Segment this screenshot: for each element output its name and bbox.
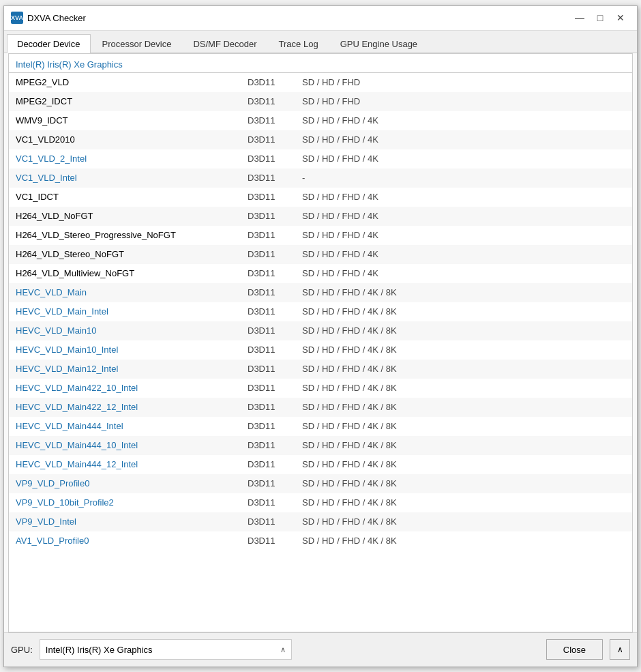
decoder-name[interactable]: HEVC_VLD_Main10_Intel bbox=[9, 340, 241, 360]
decoder-resolution: SD / HD / FHD / 4K bbox=[295, 149, 632, 169]
table-row[interactable]: MPEG2_VLDD3D11SD / HD / FHD bbox=[9, 73, 632, 92]
table-row[interactable]: WMV9_IDCTD3D11SD / HD / FHD / 4K bbox=[9, 111, 632, 130]
decoder-api: D3D11 bbox=[241, 398, 295, 417]
decoder-resolution: SD / HD / FHD / 4K bbox=[295, 130, 632, 149]
decoder-name[interactable]: HEVC_VLD_Main422_10_Intel bbox=[9, 379, 241, 398]
window-title: DXVA Checker bbox=[27, 13, 86, 23]
table-row[interactable]: HEVC_VLD_MainD3D11SD / HD / FHD / 4K / 8… bbox=[9, 283, 632, 302]
content-area[interactable]: Intel(R) Iris(R) Xe Graphics MPEG2_VLDD3… bbox=[8, 53, 633, 632]
main-window: XVA DXVA Checker — □ ✕ Decoder Device Pr… bbox=[3, 5, 638, 667]
decoder-name[interactable]: AV1_VLD_Profile0 bbox=[9, 531, 241, 551]
decoder-resolution: SD / HD / FHD / 4K / 8K bbox=[295, 417, 632, 436]
window-close-button[interactable]: ✕ bbox=[611, 10, 630, 25]
decoder-resolution: SD / HD / FHD / 4K / 8K bbox=[295, 340, 632, 360]
scroll-up-button[interactable]: ∧ bbox=[610, 639, 630, 660]
maximize-button[interactable]: □ bbox=[591, 10, 610, 25]
decoder-name: H264_VLD_Stereo_NoFGT bbox=[9, 245, 241, 264]
decoder-resolution: SD / HD / FHD / 4K / 8K bbox=[295, 436, 632, 455]
table-row[interactable]: VP9_VLD_10bit_Profile2D3D11SD / HD / FHD… bbox=[9, 493, 632, 512]
table-row[interactable]: HEVC_VLD_Main10D3D11SD / HD / FHD / 4K /… bbox=[9, 321, 632, 340]
decoder-name[interactable]: HEVC_VLD_Main444_10_Intel bbox=[9, 436, 241, 455]
decoder-name: MPEG2_VLD bbox=[9, 73, 241, 92]
decoder-resolution: SD / HD / FHD / 4K / 8K bbox=[295, 455, 632, 474]
decoder-name: WMV9_IDCT bbox=[9, 111, 241, 130]
table-row[interactable]: AV1_VLD_Profile0D3D11SD / HD / FHD / 4K … bbox=[9, 531, 632, 551]
decoder-api: D3D11 bbox=[241, 264, 295, 283]
decoder-api: D3D11 bbox=[241, 417, 295, 436]
decoder-resolution: - bbox=[295, 169, 632, 188]
table-row[interactable]: H264_VLD_Stereo_Progressive_NoFGTD3D11SD… bbox=[9, 226, 632, 245]
decoder-name[interactable]: VC1_VLD_2_Intel bbox=[9, 149, 241, 169]
decoder-resolution: SD / HD / FHD / 4K / 8K bbox=[295, 474, 632, 493]
close-button[interactable]: Close bbox=[546, 639, 603, 660]
decoder-name: H264_VLD_Multiview_NoFGT bbox=[9, 264, 241, 283]
table-row[interactable]: VC1_VLD_2_IntelD3D11SD / HD / FHD / 4K bbox=[9, 149, 632, 169]
decoder-name[interactable]: VC1_VLD_Intel bbox=[9, 169, 241, 188]
table-row[interactable]: HEVC_VLD_Main422_12_IntelD3D11SD / HD / … bbox=[9, 398, 632, 417]
decoder-name[interactable]: HEVC_VLD_Main444_12_Intel bbox=[9, 455, 241, 474]
decoder-resolution: SD / HD / FHD / 4K / 8K bbox=[295, 302, 632, 321]
bottom-bar: GPU: Intel(R) Iris(R) Xe Graphics ∧ Clos… bbox=[4, 632, 637, 667]
decoder-name: MPEG2_IDCT bbox=[9, 92, 241, 111]
table-row[interactable]: HEVC_VLD_Main444_12_IntelD3D11SD / HD / … bbox=[9, 455, 632, 474]
decoder-name: H264_VLD_NoFGT bbox=[9, 207, 241, 226]
decoder-name[interactable]: VP9_VLD_Intel bbox=[9, 512, 241, 531]
table-row[interactable]: HEVC_VLD_Main_IntelD3D11SD / HD / FHD / … bbox=[9, 302, 632, 321]
gpu-select-arrow-icon: ∧ bbox=[280, 645, 286, 654]
table-row[interactable]: VC1_IDCTD3D11SD / HD / FHD / 4K bbox=[9, 188, 632, 207]
tab-gpu-engine-usage[interactable]: GPU Engine Usage bbox=[330, 34, 428, 53]
decoder-api: D3D11 bbox=[241, 531, 295, 551]
decoder-name[interactable]: VP9_VLD_10bit_Profile2 bbox=[9, 493, 241, 512]
decoder-api: D3D11 bbox=[241, 73, 295, 92]
table-row[interactable]: HEVC_VLD_Main10_IntelD3D11SD / HD / FHD … bbox=[9, 340, 632, 360]
table-row[interactable]: MPEG2_IDCTD3D11SD / HD / FHD bbox=[9, 92, 632, 111]
decoder-api: D3D11 bbox=[241, 245, 295, 264]
decoder-api: D3D11 bbox=[241, 111, 295, 130]
table-row[interactable]: VC1_VLD_IntelD3D11- bbox=[9, 169, 632, 188]
decoder-api: D3D11 bbox=[241, 149, 295, 169]
decoder-api: D3D11 bbox=[241, 474, 295, 493]
decoder-name[interactable]: HEVC_VLD_Main12_Intel bbox=[9, 360, 241, 379]
decoder-resolution: SD / HD / FHD / 4K / 8K bbox=[295, 531, 632, 551]
table-row[interactable]: VC1_VLD2010D3D11SD / HD / FHD / 4K bbox=[9, 130, 632, 149]
decoder-resolution: SD / HD / FHD / 4K / 8K bbox=[295, 321, 632, 340]
gpu-select[interactable]: Intel(R) Iris(R) Xe Graphics ∧ bbox=[40, 639, 292, 660]
decoder-name[interactable]: VP9_VLD_Profile0 bbox=[9, 474, 241, 493]
title-controls: — □ ✕ bbox=[570, 10, 630, 25]
minimize-button[interactable]: — bbox=[570, 10, 589, 25]
app-icon: XVA bbox=[11, 12, 23, 24]
tab-ds-mf-decoder[interactable]: DS/MF Decoder bbox=[183, 34, 267, 53]
decoder-api: D3D11 bbox=[241, 207, 295, 226]
gpu-select-value: Intel(R) Iris(R) Xe Graphics bbox=[46, 645, 280, 655]
tab-decoder-device[interactable]: Decoder Device bbox=[7, 34, 91, 53]
tab-processor-device[interactable]: Processor Device bbox=[92, 34, 182, 53]
decoder-name: H264_VLD_Stereo_Progressive_NoFGT bbox=[9, 226, 241, 245]
decoder-name[interactable]: HEVC_VLD_Main10 bbox=[9, 321, 241, 340]
gpu-section-header: Intel(R) Iris(R) Xe Graphics bbox=[9, 54, 632, 73]
tab-bar: Decoder Device Processor Device DS/MF De… bbox=[4, 31, 637, 53]
table-row[interactable]: HEVC_VLD_Main422_10_IntelD3D11SD / HD / … bbox=[9, 379, 632, 398]
decoder-name[interactable]: HEVC_VLD_Main_Intel bbox=[9, 302, 241, 321]
decoder-name[interactable]: HEVC_VLD_Main444_Intel bbox=[9, 417, 241, 436]
decoder-api: D3D11 bbox=[241, 302, 295, 321]
decoder-api: D3D11 bbox=[241, 188, 295, 207]
decoder-name[interactable]: HEVC_VLD_Main422_12_Intel bbox=[9, 398, 241, 417]
decoder-name: VC1_VLD2010 bbox=[9, 130, 241, 149]
table-row[interactable]: H264_VLD_Multiview_NoFGTD3D11SD / HD / F… bbox=[9, 264, 632, 283]
table-row[interactable]: H264_VLD_NoFGTD3D11SD / HD / FHD / 4K bbox=[9, 207, 632, 226]
decoder-resolution: SD / HD / FHD / 4K bbox=[295, 207, 632, 226]
decoder-api: D3D11 bbox=[241, 360, 295, 379]
table-row[interactable]: HEVC_VLD_Main444_IntelD3D11SD / HD / FHD… bbox=[9, 417, 632, 436]
table-row[interactable]: VP9_VLD_Profile0D3D11SD / HD / FHD / 4K … bbox=[9, 474, 632, 493]
decoder-api: D3D11 bbox=[241, 512, 295, 531]
decoder-name[interactable]: HEVC_VLD_Main bbox=[9, 283, 241, 302]
table-row[interactable]: HEVC_VLD_Main12_IntelD3D11SD / HD / FHD … bbox=[9, 360, 632, 379]
decoder-resolution: SD / HD / FHD / 4K / 8K bbox=[295, 283, 632, 302]
tab-trace-log[interactable]: Trace Log bbox=[269, 34, 329, 53]
table-row[interactable]: HEVC_VLD_Main444_10_IntelD3D11SD / HD / … bbox=[9, 436, 632, 455]
decoder-resolution: SD / HD / FHD / 4K bbox=[295, 264, 632, 283]
table-row[interactable]: VP9_VLD_IntelD3D11SD / HD / FHD / 4K / 8… bbox=[9, 512, 632, 531]
decoder-api: D3D11 bbox=[241, 321, 295, 340]
table-row[interactable]: H264_VLD_Stereo_NoFGTD3D11SD / HD / FHD … bbox=[9, 245, 632, 264]
decoder-resolution: SD / HD / FHD / 4K / 8K bbox=[295, 512, 632, 531]
